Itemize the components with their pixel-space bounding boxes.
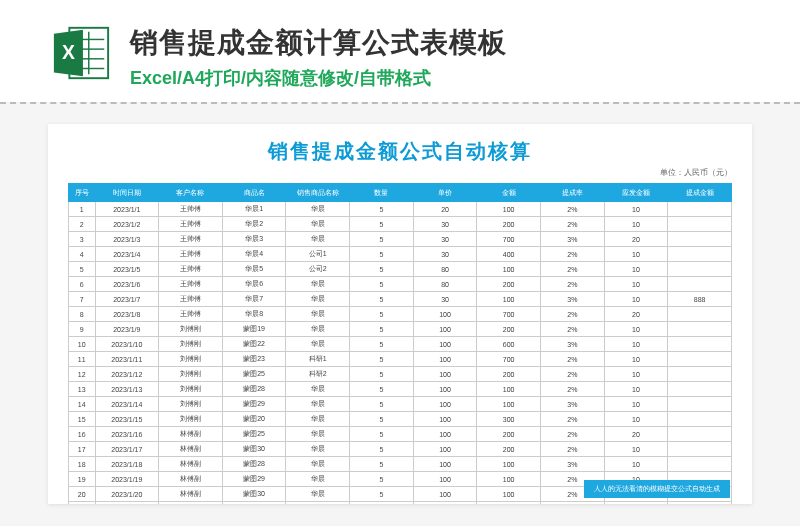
table-cell: 2% [541,442,605,457]
table-cell: 14 [69,397,96,412]
table-cell: 2023/1/17 [95,442,159,457]
table-cell: 2% [541,217,605,232]
table-cell: 2023/1/20 [95,487,159,502]
table-cell: 林傅副 [159,487,223,502]
table-cell: 华晨 [286,397,350,412]
table-cell: 100 [477,487,541,502]
table-cell: 5 [350,247,414,262]
table-cell: 888 [668,292,732,307]
table-cell [668,322,732,337]
col-header: 单价 [413,184,477,202]
table-row: 22023/1/2王帅傅华晨2华晨5302002%10 [69,217,732,232]
table-row: 12023/1/1王帅傅华晨1华晨5201002%10 [69,202,732,217]
table-cell [668,442,732,457]
table-cell: 2023/1/12 [95,367,159,382]
table-cell: 10 [604,457,668,472]
table-cell: 王帅傅 [159,277,223,292]
table-cell: 蒙图30 [222,442,286,457]
page-title: 销售提成金额计算公式表模板 [130,24,507,62]
table-cell: 5 [350,217,414,232]
table-cell: 5 [350,442,414,457]
table-cell: 2% [541,277,605,292]
table-cell: 20 [413,202,477,217]
table-cell: 16 [69,427,96,442]
table-cell: 2% [541,427,605,442]
table-cell: 华晨1 [222,202,286,217]
table-cell: 5 [350,427,414,442]
doc-title: 销售提成金额公式自动核算 [68,138,732,165]
table-cell: 6 [69,277,96,292]
table-cell: 华晨 [286,472,350,487]
col-header: 应发金额 [604,184,668,202]
table-row: 182023/1/18林傅副蒙图28华晨51001003%10 [69,457,732,472]
table-cell: 2023/1/4 [95,247,159,262]
table-cell: 13 [69,382,96,397]
table-cell: 5 [350,322,414,337]
table-cell: 2023/1/14 [95,397,159,412]
table-cell: 700 [477,307,541,322]
table-cell: 4 [69,247,96,262]
table-cell: 蒙图25 [222,427,286,442]
table-cell: 100 [413,487,477,502]
table-cell [69,502,96,505]
table-cell [668,397,732,412]
table-cell [95,502,159,505]
table-cell [668,457,732,472]
table-cell: 100 [477,202,541,217]
table-cell: 2% [541,322,605,337]
table-cell: 100 [477,382,541,397]
col-header: 销售商品名称 [286,184,350,202]
table-row: 152023/1/15刘傅刚蒙图20华晨51003002%10 [69,412,732,427]
table-cell: 10 [604,277,668,292]
table-cell: 林傅副 [159,427,223,442]
table-cell [222,502,286,505]
table-cell: 200 [477,442,541,457]
table-cell: 200 [477,367,541,382]
table-cell [668,277,732,292]
table-cell: 华晨 [286,322,350,337]
table-cell: 2% [541,352,605,367]
table-cell: 10 [604,442,668,457]
table-cell: 华晨6 [222,277,286,292]
table-cell: 刘傅刚 [159,352,223,367]
table-cell: 2% [541,262,605,277]
excel-icon: X [50,22,112,84]
table-cell: 2023/1/1 [95,202,159,217]
table-cell: 2% [541,382,605,397]
table-cell: 5 [69,262,96,277]
table-cell: 200 [477,277,541,292]
table-cell: 华晨 [286,382,350,397]
table-cell: 100 [413,337,477,352]
col-header: 序号 [69,184,96,202]
table-cell [477,502,541,505]
table-cell: 蒙图30 [222,487,286,502]
table-cell: 5 [350,307,414,322]
table-cell: 刘傅刚 [159,412,223,427]
title-block: 销售提成金额计算公式表模板 Excel/A4打印/内容随意修改/自带格式 [130,22,507,90]
table-cell: 1 [69,202,96,217]
table-cell: 华晨 [286,217,350,232]
table-cell: 王帅傅 [159,262,223,277]
col-header: 时间日期 [95,184,159,202]
table-cell: 2023/1/6 [95,277,159,292]
col-header: 金额 [477,184,541,202]
table-cell: 100 [413,307,477,322]
table-row: 52023/1/5王帅傅华晨5公司25801002%10 [69,262,732,277]
table-cell: 5 [350,367,414,382]
table-row [69,502,732,505]
table-cell: 700 [477,352,541,367]
table-cell: 400 [477,247,541,262]
table-cell: 100 [477,472,541,487]
table-cell [159,502,223,505]
table-cell: 10 [604,217,668,232]
table-row: 112023/1/11刘傅刚蒙图23科研151007002%10 [69,352,732,367]
table-cell: 华晨 [286,427,350,442]
table-cell: 100 [413,412,477,427]
table-cell: 100 [413,352,477,367]
table-cell: 2023/1/8 [95,307,159,322]
table-cell [668,247,732,262]
table-cell: 19 [69,472,96,487]
table-cell: 20 [69,487,96,502]
table-cell: 30 [413,232,477,247]
table-cell: 5 [350,352,414,367]
